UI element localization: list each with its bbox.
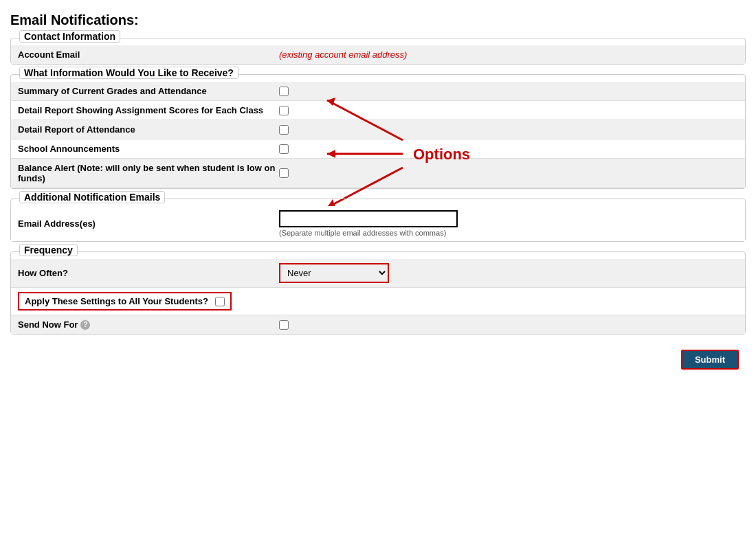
email-hint: (Separate multiple email addresses with … bbox=[279, 229, 458, 237]
frequency-select-wrap: Never Daily Weekly Monthly bbox=[279, 263, 389, 283]
frequency-select[interactable]: Never Daily Weekly Monthly bbox=[279, 263, 389, 283]
balance-alert-checkbox[interactable] bbox=[279, 168, 289, 178]
additional-emails-legend: Additional Notification Emails bbox=[19, 191, 165, 203]
account-email-label: Account Email bbox=[18, 49, 279, 60]
email-addresses-input[interactable] bbox=[279, 210, 458, 227]
what-info-fields-wrap: Summary of Current Grades and Attendance… bbox=[11, 82, 745, 188]
grades-attendance-label: Summary of Current Grades and Attendance bbox=[18, 86, 279, 96]
balance-alert-label: Balance Alert (Note: will only be sent w… bbox=[18, 163, 279, 183]
send-now-label: Send Now For ? bbox=[18, 319, 279, 330]
account-email-value: (existing account email address) bbox=[279, 49, 738, 60]
balance-alert-row: Balance Alert (Note: will only be sent w… bbox=[11, 159, 745, 188]
attendance-checkbox[interactable] bbox=[279, 125, 289, 135]
contact-information-section: Contact Information Account Email (exist… bbox=[10, 38, 746, 65]
send-now-help-icon[interactable]: ? bbox=[80, 320, 90, 330]
apply-settings-row: Apply These Settings to All Your Student… bbox=[11, 288, 745, 315]
how-often-row: How Often? Never Daily Weekly Monthly bbox=[11, 259, 745, 288]
submit-row: Submit bbox=[10, 344, 746, 375]
what-info-legend: What Information Would You Like to Recei… bbox=[19, 67, 238, 79]
assignment-scores-row: Detail Report Showing Assignment Scores … bbox=[11, 101, 745, 120]
what-info-section: What Information Would You Like to Recei… bbox=[10, 74, 746, 189]
page-title: Email Notifications: bbox=[10, 12, 746, 28]
assignment-scores-label: Detail Report Showing Assignment Scores … bbox=[18, 105, 279, 115]
submit-button[interactable]: Submit bbox=[681, 350, 739, 370]
school-announcements-row: School Announcements bbox=[11, 139, 745, 159]
account-email-row: Account Email (existing account email ad… bbox=[11, 45, 745, 64]
apply-settings-checkbox[interactable] bbox=[215, 297, 225, 306]
apply-settings-label: Apply These Settings to All Your Student… bbox=[25, 296, 208, 306]
send-now-row: Send Now For ? bbox=[11, 315, 745, 334]
school-announcements-label: School Announcements bbox=[18, 144, 279, 154]
grades-attendance-checkbox[interactable] bbox=[279, 87, 289, 96]
contact-info-legend: Contact Information bbox=[19, 30, 120, 43]
additional-emails-section: Additional Notification Emails Email Add… bbox=[10, 199, 746, 242]
frequency-section: Frequency How Often? Never Daily Weekly … bbox=[10, 251, 746, 335]
apply-settings-inner: Apply These Settings to All Your Student… bbox=[18, 292, 232, 310]
frequency-legend: Frequency bbox=[19, 244, 78, 256]
email-addresses-row: Email Address(es) (Separate multiple ema… bbox=[11, 206, 745, 241]
how-often-label: How Often? bbox=[18, 268, 279, 278]
grades-attendance-row: Summary of Current Grades and Attendance bbox=[11, 82, 745, 101]
email-input-wrap: (Separate multiple email addresses with … bbox=[279, 210, 458, 237]
school-announcements-checkbox[interactable] bbox=[279, 144, 289, 154]
send-now-text: Send Now For bbox=[18, 319, 78, 330]
assignment-scores-checkbox[interactable] bbox=[279, 106, 289, 115]
send-now-checkbox[interactable] bbox=[279, 320, 289, 330]
attendance-row: Detail Report of Attendance bbox=[11, 120, 745, 139]
attendance-label: Detail Report of Attendance bbox=[18, 124, 279, 135]
email-addresses-label: Email Address(es) bbox=[18, 218, 279, 229]
